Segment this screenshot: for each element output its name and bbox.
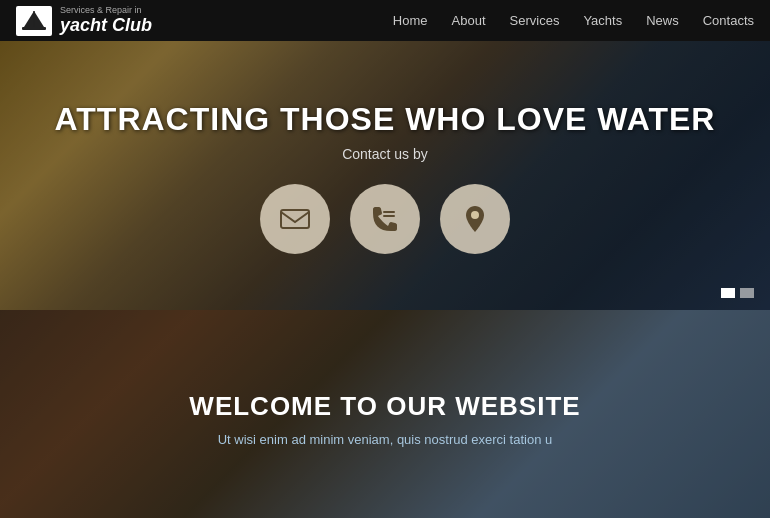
nav-home[interactable]: Home <box>393 13 428 28</box>
nav-services[interactable]: Services <box>510 13 560 28</box>
phone-icon <box>369 203 401 235</box>
logo-text: Services & Repair in yacht Club <box>60 6 152 36</box>
svg-rect-3 <box>383 215 395 217</box>
nav-news[interactable]: News <box>646 13 679 28</box>
second-title: WELCOME TO OUR WEBSITE <box>189 391 580 422</box>
location-icon <box>459 203 491 235</box>
location-button[interactable] <box>440 184 510 254</box>
slider-dot-1[interactable] <box>721 288 735 298</box>
navbar: Services & Repair in yacht Club Home Abo… <box>0 0 770 41</box>
nav-about[interactable]: About <box>452 13 486 28</box>
email-icon <box>279 203 311 235</box>
logo: Services & Repair in yacht Club <box>16 6 152 36</box>
hero-subtitle: Contact us by <box>342 146 428 162</box>
email-button[interactable] <box>260 184 330 254</box>
phone-button[interactable] <box>350 184 420 254</box>
svg-rect-0 <box>22 27 46 30</box>
nav-yachts[interactable]: Yachts <box>583 13 622 28</box>
second-section: WELCOME TO OUR WEBSITE Ut wisi enim ad m… <box>0 310 770 518</box>
nav-links: Home About Services Yachts News Contacts <box>393 13 754 28</box>
contact-icons <box>260 184 510 254</box>
svg-point-4 <box>471 211 479 219</box>
nav-contacts[interactable]: Contacts <box>703 13 754 28</box>
logo-icon <box>16 6 52 36</box>
slider-dot-2[interactable] <box>740 288 754 298</box>
svg-rect-2 <box>383 211 395 213</box>
slider-dots <box>721 288 754 298</box>
hero-section: ATTRACTING THOSE WHO LOVE WATER Contact … <box>0 0 770 310</box>
second-content: WELCOME TO OUR WEBSITE Ut wisi enim ad m… <box>0 310 770 518</box>
svg-rect-1 <box>281 210 309 228</box>
hero-content: ATTRACTING THOSE WHO LOVE WATER Contact … <box>0 41 770 254</box>
logo-title: yacht Club <box>60 16 152 36</box>
hero-title: ATTRACTING THOSE WHO LOVE WATER <box>55 101 716 138</box>
second-subtitle: Ut wisi enim ad minim veniam, quis nostr… <box>218 432 553 447</box>
